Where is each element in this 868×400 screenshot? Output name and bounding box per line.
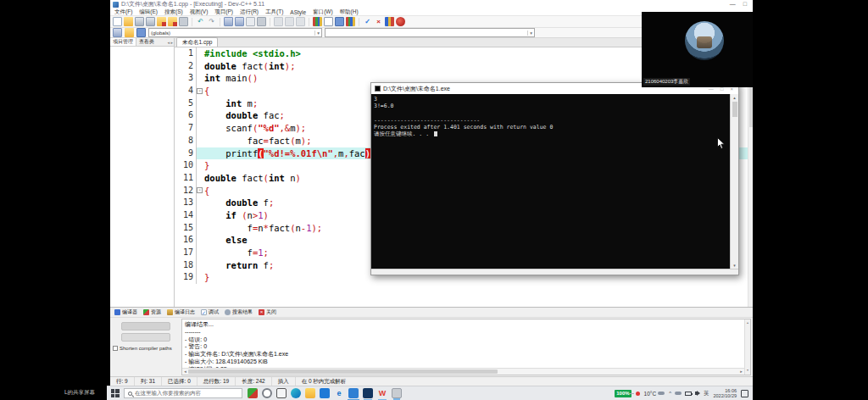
goto-window-icon[interactable] bbox=[335, 17, 344, 26]
menu-item[interactable]: 运行(R) bbox=[240, 8, 259, 16]
console-window[interactable]: D:\文件\桌面\未命名1.exe — □ × 33!=6.0 --------… bbox=[370, 82, 739, 275]
task-view-icon[interactable] bbox=[276, 388, 287, 398]
console-horizontal-scrollbar[interactable] bbox=[371, 269, 738, 275]
onedrive-cloud-icon[interactable] bbox=[675, 392, 682, 395]
log-panel-left: Shorten compiler paths bbox=[110, 319, 181, 375]
book-purple-icon[interactable] bbox=[136, 28, 146, 37]
maximize-icon[interactable]: □ bbox=[743, 0, 747, 8]
compile-icon[interactable] bbox=[224, 17, 233, 26]
window-layout-icon[interactable] bbox=[346, 17, 355, 26]
minimize-icon[interactable]: — bbox=[730, 0, 736, 8]
webcam-overlay[interactable]: 2106040203李嘉欣 bbox=[642, 12, 753, 87]
taskbar-search[interactable]: 在这里输入你要搜索的内容 bbox=[124, 388, 242, 398]
run-icon[interactable] bbox=[235, 17, 244, 26]
fold-column bbox=[197, 159, 204, 172]
wps-office-icon[interactable]: W bbox=[377, 388, 387, 398]
log-panel-body: Shorten compiler paths 编译结果...--------- … bbox=[110, 318, 753, 376]
print-icon[interactable] bbox=[179, 17, 188, 26]
log-tab-close[interactable]: ×关闭 bbox=[259, 308, 276, 316]
log-tab-debug[interactable]: ✓调试 bbox=[201, 308, 219, 316]
redo-icon[interactable]: ↷ bbox=[207, 17, 216, 26]
debug-icon[interactable] bbox=[274, 17, 283, 26]
menu-item[interactable]: 视图(V) bbox=[190, 8, 209, 16]
menu-item[interactable]: AStyle bbox=[290, 9, 306, 15]
tab-project-manager[interactable]: 项目管理 bbox=[110, 38, 136, 46]
docs-app-icon[interactable] bbox=[392, 388, 402, 398]
internet-explorer-icon[interactable]: e bbox=[334, 388, 344, 398]
book-green-icon[interactable] bbox=[125, 28, 134, 37]
devcpp-titlebar[interactable]: D:\文件\桌面\未命名1.cpp - [Executing] - Dev-C+… bbox=[110, 0, 753, 8]
tray-expand-icon[interactable]: ^ bbox=[669, 391, 671, 396]
log-tab-resources[interactable]: 资源 bbox=[143, 308, 161, 316]
compile-run-icon[interactable] bbox=[246, 17, 255, 26]
menu-item[interactable]: 帮助(H) bbox=[340, 8, 359, 16]
scroll-down-icon[interactable]: ▾ bbox=[745, 367, 750, 375]
close-all-icon[interactable] bbox=[168, 17, 177, 26]
new-file-icon[interactable] bbox=[113, 17, 122, 26]
syntax-check-icon[interactable]: ✓ bbox=[363, 17, 372, 26]
code-text: if (n>1) bbox=[204, 209, 269, 222]
log-tab-log[interactable]: 编译日志 bbox=[167, 308, 195, 316]
weather-widget[interactable]: 10°C bbox=[644, 391, 665, 397]
scroll-up-icon[interactable]: ▴ bbox=[747, 320, 748, 325]
log-tab-compiler[interactable]: 编译器 bbox=[114, 308, 137, 316]
menu-item[interactable]: 编辑(E) bbox=[139, 8, 158, 16]
tab-class-view[interactable]: 查看类 bbox=[136, 38, 157, 46]
mail-icon[interactable] bbox=[320, 388, 330, 398]
scroll-right-icon[interactable]: ▸ bbox=[738, 368, 744, 375]
menu-item[interactable]: 文件(F) bbox=[114, 8, 132, 16]
profile-chart-icon[interactable] bbox=[385, 17, 394, 26]
navy-app-icon[interactable] bbox=[363, 388, 373, 398]
scrollbar-thumb[interactable] bbox=[188, 369, 498, 374]
toggle-window-icon[interactable] bbox=[324, 17, 333, 26]
delete-profiling-icon[interactable] bbox=[396, 17, 405, 26]
stop-icon[interactable] bbox=[296, 17, 305, 26]
action-center-icon[interactable] bbox=[741, 390, 748, 397]
profile-icon[interactable] bbox=[285, 17, 294, 26]
menu-item[interactable]: 项目(P) bbox=[214, 8, 233, 16]
start-button[interactable] bbox=[109, 388, 120, 399]
console-line: 请按任意键继续. . . bbox=[374, 131, 727, 137]
shorten-paths-option[interactable]: Shorten compiler paths bbox=[110, 346, 172, 351]
log-vertical-scrollbar[interactable]: ▴ ▾ bbox=[744, 319, 750, 375]
edge-icon[interactable] bbox=[291, 388, 301, 398]
menu-item[interactable]: 窗口(W) bbox=[313, 8, 332, 16]
battery-icon[interactable] bbox=[685, 392, 692, 396]
checkbox-icon[interactable] bbox=[113, 346, 118, 351]
log-horizontal-scrollbar[interactable]: ◂ ▸ bbox=[182, 368, 744, 375]
file-explorer-icon[interactable] bbox=[305, 388, 315, 398]
taskbar-clock[interactable]: 16:06 2022/10/29 bbox=[713, 388, 737, 398]
globals-select[interactable]: (globals) ▾ bbox=[148, 28, 322, 37]
close-file-icon[interactable] bbox=[157, 17, 166, 26]
log-tab-search[interactable]: 搜索结果 bbox=[225, 308, 253, 316]
abort-button[interactable] bbox=[121, 322, 170, 331]
console-output[interactable]: 33!=6.0 --------------------------------… bbox=[371, 94, 730, 269]
scroll-left-icon[interactable]: ◂ bbox=[182, 368, 188, 375]
back-bookmark-icon[interactable] bbox=[113, 28, 122, 37]
news-icon[interactable] bbox=[248, 388, 258, 398]
editor-tab[interactable]: 未命名1.cpp bbox=[176, 37, 218, 47]
open-file-icon[interactable] bbox=[124, 17, 133, 26]
scroll-down-icon[interactable]: ▾ bbox=[731, 262, 738, 269]
scrollbar-thumb[interactable] bbox=[732, 102, 737, 117]
rebuild-icon[interactable] bbox=[257, 17, 266, 26]
cortana-icon[interactable] bbox=[262, 388, 272, 398]
save-all-icon[interactable] bbox=[146, 17, 155, 26]
abort-compile-icon[interactable]: × bbox=[374, 17, 383, 26]
fold-icon[interactable]: - bbox=[197, 187, 203, 193]
speaker-icon[interactable] bbox=[695, 392, 698, 395]
fold-icon[interactable]: - bbox=[197, 88, 203, 94]
tab-scroll-arrows-icon[interactable]: ◂ ▸ bbox=[168, 40, 174, 45]
scroll-up-icon[interactable]: ▴ bbox=[731, 94, 738, 101]
secondary-button[interactable] bbox=[121, 333, 170, 342]
undo-icon[interactable]: ↶ bbox=[196, 17, 205, 26]
menu-item[interactable]: 搜索(S) bbox=[164, 8, 183, 16]
meeting-shared-screen: D:\文件\桌面\未命名1.cpp - [Executing] - Dev-C+… bbox=[0, 0, 868, 400]
ime-indicator[interactable]: 英 bbox=[704, 390, 709, 397]
members-select[interactable]: ▾ bbox=[325, 28, 535, 37]
meeting-app-icon[interactable] bbox=[348, 388, 359, 398]
menu-item[interactable]: 工具(T) bbox=[265, 8, 283, 16]
save-icon[interactable] bbox=[135, 17, 144, 26]
insert-snippet-icon[interactable] bbox=[313, 17, 322, 26]
console-scrollbar[interactable]: ▴ ▾ bbox=[730, 94, 738, 269]
